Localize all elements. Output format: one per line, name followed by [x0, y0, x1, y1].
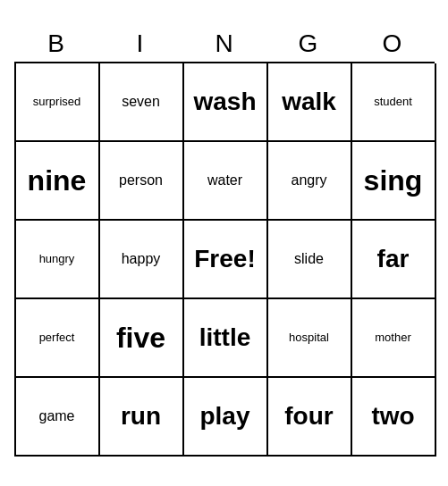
cell-r4-c2: play: [184, 378, 268, 457]
cell-text-r2-c3: slide: [294, 250, 324, 267]
cell-r3-c0: perfect: [16, 299, 100, 378]
cell-text-r4-c4: two: [371, 401, 414, 432]
cell-text-r3-c1: five: [116, 321, 165, 355]
cell-r3-c1: five: [100, 299, 184, 378]
header-letter-b: B: [14, 29, 98, 58]
cell-text-r4-c0: game: [38, 407, 74, 424]
cell-text-r3-c3: hospital: [289, 331, 329, 345]
cell-text-r1-c0: nine: [28, 163, 87, 197]
cell-r3-c4: mother: [352, 299, 436, 378]
cell-text-r4-c2: play: [199, 401, 249, 432]
cell-text-r4-c1: run: [121, 401, 161, 432]
cell-text-r2-c4: far: [377, 244, 410, 274]
cell-text-r0-c2: wash: [193, 87, 256, 117]
cell-r0-c2: wash: [184, 63, 268, 142]
cell-r1-c1: person: [100, 142, 184, 221]
cell-r2-c3: slide: [268, 221, 352, 299]
cell-r2-c4: far: [352, 221, 436, 299]
cell-text-r2-c0: hungry: [39, 252, 75, 266]
cell-r1-c4: sing: [352, 142, 436, 221]
cell-text-r2-c2: Free!: [194, 244, 255, 274]
cell-text-r2-c1: happy: [122, 250, 161, 267]
cell-r1-c0: nine: [16, 142, 100, 221]
cell-r1-c3: angry: [268, 142, 352, 221]
cell-r2-c2: Free!: [184, 221, 268, 299]
cell-r4-c4: two: [352, 378, 436, 457]
bingo-grid: surprisedsevenwashwalkstudentninepersonw…: [14, 62, 435, 457]
cell-text-r1-c4: sing: [364, 163, 423, 197]
header-letter-i: I: [98, 29, 182, 58]
cell-r3-c3: hospital: [268, 299, 352, 378]
cell-text-r0-c4: student: [374, 95, 412, 109]
cell-text-r3-c2: little: [199, 323, 251, 353]
cell-text-r3-c4: mother: [375, 331, 410, 345]
header-letter-g: G: [266, 29, 351, 58]
cell-r4-c0: game: [16, 378, 100, 457]
cell-r0-c3: walk: [268, 63, 352, 142]
cell-text-r4-c3: four: [284, 401, 333, 432]
header-letter-n: N: [182, 29, 266, 58]
cell-r2-c1: happy: [100, 221, 184, 299]
cell-r0-c1: seven: [100, 63, 184, 142]
header-letter-o: O: [351, 29, 435, 58]
cell-text-r0-c1: seven: [122, 93, 160, 110]
cell-text-r0-c3: walk: [282, 87, 336, 117]
cell-r3-c2: little: [184, 299, 268, 378]
cell-r0-c4: student: [352, 63, 436, 142]
cell-text-r1-c3: angry: [291, 172, 326, 189]
bingo-card: BINGO surprisedsevenwashwalkstudentninep…: [14, 29, 435, 457]
cell-r4-c3: four: [268, 378, 352, 457]
cell-text-r1-c2: water: [207, 172, 242, 189]
cell-r0-c0: surprised: [16, 63, 100, 142]
cell-text-r0-c0: surprised: [33, 95, 80, 109]
cell-r1-c2: water: [184, 142, 268, 221]
cell-r2-c0: hungry: [16, 221, 100, 299]
cell-r4-c1: run: [100, 378, 184, 457]
bingo-header: BINGO: [14, 29, 435, 58]
cell-text-r1-c1: person: [119, 172, 163, 189]
cell-text-r3-c0: perfect: [39, 331, 75, 345]
